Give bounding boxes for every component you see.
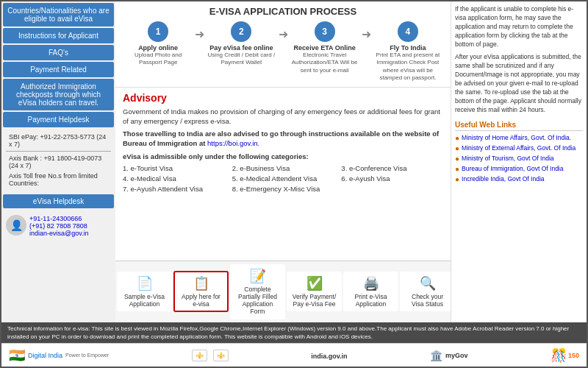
content-area: Countries/Nationalities who are eligible… [1,1,587,322]
link-label-2: Ministry of External Affairs, Govt. Of I… [462,144,576,152]
sidebar-item-instructions[interactable]: Instructions for Applicant [3,28,114,43]
digital-india-text: Digital India [28,352,62,359]
sidebar-item-countries[interactable]: Countries/Nationalities who are eligible… [3,3,114,26]
ashoka-emblem: ⚜️ [192,350,207,361]
right-panel-para2: After your eVisa applications is submitt… [455,53,583,114]
digital-india-icon: 🇮🇳 [9,347,25,364]
step-3-circle: 3 [315,21,335,42]
action-buttons-bar: 📄 Sample e-Visa Application 📋 Apply here… [115,261,451,322]
bullet-1: ● [455,134,459,142]
avatar: 👤 [6,215,26,236]
emblem2: ⚜️ [213,350,229,361]
helpdesk-avatar-row: 👤 +91-11-24300666 (+91) 82 7808 7808 ind… [6,215,111,237]
main-wrapper: Countries/Nationalities who are eligible… [0,0,588,368]
evisa-helpdesk-label: eVisa Helpdesk [3,194,114,208]
apply-evisa-label: Apply here for e-visa [179,293,223,308]
step-1-circle: 1 [148,21,168,42]
useful-link-4[interactable]: ● Bureau of Immigration, Govt Of India [455,165,583,173]
step-1-label: Apply online [138,44,178,52]
sample-evisa-label: Sample e-Visa Application [122,293,167,308]
sidebar-item-payment-helpdesk[interactable]: Payment Helpdesk [3,112,114,127]
visa-empty [341,185,443,193]
useful-link-3[interactable]: ● Ministry of Tourism, Govt Of India [455,155,583,163]
print-evisa-label: Print e-Visa Application [348,293,393,308]
step-2-label: Pay eVisa fee online [209,44,273,52]
sidebar-item-payment[interactable]: Payment Related [3,62,114,77]
useful-links: Useful Web Links ● Ministry of Home Affa… [455,121,583,183]
arrow-1: ➜ [193,27,206,41]
step-2-circle: 2 [231,21,251,42]
anniversary-icon: 🎊 [551,347,567,364]
mygov-text: myGov [445,352,468,359]
check-visa-icon: 🔍 [420,275,436,291]
bullet-4: ● [455,165,459,173]
arrow-2: ➜ [277,27,290,41]
sample-evisa-icon: 📄 [137,275,153,291]
main-content: E-VISA APPLICATION PROCESS 1 Apply onlin… [115,1,451,322]
india-gov-logo: india.gov.in [311,351,347,360]
visa-row-3: 7. e-Ayush Attendent Visa 8. e-Emergency… [123,185,443,193]
advisory-para2: Those travelling to India are also advis… [123,129,443,149]
print-evisa-btn[interactable]: 🖨️ Print e-Visa Application [343,272,398,311]
link-label-3: Ministry of Tourism, Govt Of India [462,155,554,162]
visa-4: 4. e-Medical Visa [123,174,225,183]
verify-payment-btn[interactable]: ✅ Verify Payment/ Pay e-Visa Fee [287,272,342,311]
evisa-contact: 👤 +91-11-24300666 (+91) 82 7808 7808 ind… [3,210,114,240]
apply-evisa-icon: 📋 [193,275,209,291]
process-section: E-VISA APPLICATION PROCESS 1 Apply onlin… [115,1,451,88]
toll-text: Axis Toll free No.s from limited Countri… [6,171,111,188]
step-3: 3 Receive ETA Online Electronic Travel A… [290,21,360,74]
phone2: (+91) 82 7808 7808 [29,222,89,230]
sidebar-item-faq[interactable]: FAQ's [3,45,114,60]
footer-tech-text: Technical information for e-visa: This s… [7,325,569,340]
visa-7: 7. e-Ayush Attendent Visa [123,185,225,193]
visa-1: 1. e-Tourist Visa [123,164,225,172]
step-3-label: Receive ETA Online [294,44,356,52]
visa-row-2: 4. e-Medical Visa 5. e-Medical Attendent… [123,174,443,183]
visa-8: 8. e-Emergency X-Misc Visa [232,185,334,193]
visa-3: 3. e-Conference Visa [341,164,443,172]
anniversary-text: 150 [568,352,579,359]
step-4: 4 Fly To India Print ETA and present at … [373,21,443,82]
advisory-para1: Government of India makes no provision o… [123,107,443,127]
advisory-section: Advisory Government of India makes no pr… [115,88,451,261]
step-1-desc: Upload Photo and Passport Page [123,52,193,67]
complete-form-btn[interactable]: 📝 Complete Partially Filled Application … [230,264,285,319]
check-visa-status-btn[interactable]: 🔍 Check your Visa Status [400,272,451,311]
boi-link[interactable]: https://boi.gov.in. [207,139,259,147]
verify-payment-icon: ✅ [306,275,323,291]
apply-evisa-btn[interactable]: 📋 Apply here for e-visa [173,271,229,312]
step-2: 2 Pay eVisa fee online Using Credit / De… [206,21,276,67]
check-visa-label: Check your Visa Status [405,293,450,308]
sample-evisa-btn[interactable]: 📄 Sample e-Visa Application [117,272,172,311]
right-panel: If the applicant is unable to complete h… [451,1,587,322]
complete-form-icon: 📝 [250,268,266,284]
useful-link-1[interactable]: ● Ministry of Home Affairs, Govt. Of Ind… [455,134,583,142]
center-logos: ⚜️ ⚜️ [192,350,229,361]
step-4-label: Fly To India [390,44,426,52]
complete-form-label: Complete Partially Filled Application Fo… [235,286,280,316]
right-panel-para1: If the applicant is unable to complete h… [455,5,583,49]
link-label-4: Bureau of Immigration, Govt Of India [462,165,563,172]
useful-links-title: Useful Web Links [455,121,583,131]
email: indian-evisa@gov.in [29,230,89,237]
sidebar: Countries/Nationalities who are eligible… [1,1,115,322]
arrow-3: ➜ [360,27,373,41]
step-3-desc: Electronic Travel Authorization/ETA Will… [290,52,360,74]
digital-india-tagline: Power to Empower [65,353,109,358]
axis-text: Axis Bank : +91 1800-419-0073 (24 x 7) [6,153,111,171]
process-title: E-VISA APPLICATION PROCESS [123,6,443,17]
sidebar-item-checkposts[interactable]: Authorized Immigration checkposts throug… [3,79,114,110]
bullet-2: ● [455,144,459,152]
useful-link-5[interactable]: ● Incredible India, Govt Of India [455,175,583,183]
mygov-icon: 🏛️ [430,350,442,361]
step-1: 1 Apply online Upload Photo and Passport… [123,21,193,67]
useful-link-2[interactable]: ● Ministry of External Affairs, Govt. Of… [455,144,583,152]
step-4-circle: 4 [398,21,418,42]
digital-india-logo: 🇮🇳 Digital India Power to Empower [9,347,109,364]
verify-payment-label: Verify Payment/ Pay e-Visa Fee [292,293,337,308]
advisory-para2-bold: Those travelling to India are also advis… [123,130,439,147]
link-label-5: Incredible India, Govt Of India [462,175,544,183]
payment-helpdesk-info: SBI ePay: +91-22-2753-5773 (24 x 7) Axis… [3,129,114,191]
visa-6: 6. e-Ayush Visa [341,174,443,183]
